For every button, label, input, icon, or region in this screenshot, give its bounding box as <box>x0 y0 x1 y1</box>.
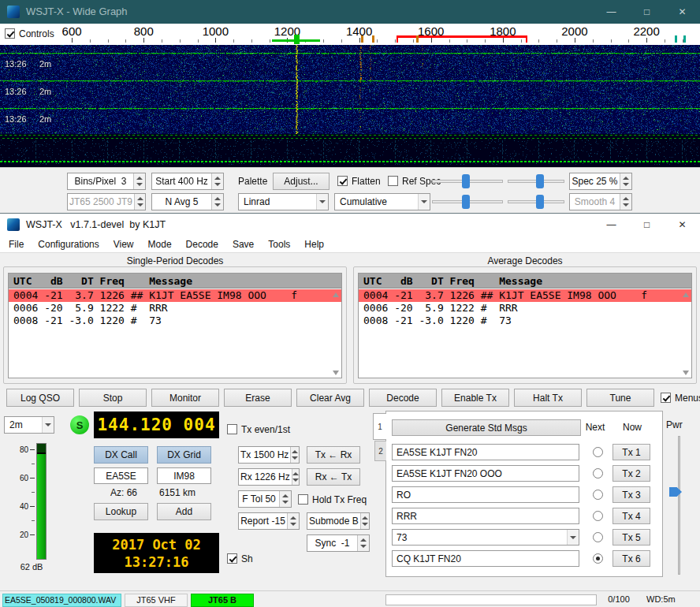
slider-handle[interactable] <box>536 174 544 188</box>
spin-up-icon[interactable] <box>214 177 221 180</box>
spin-up-icon[interactable] <box>292 450 298 453</box>
next-radio-tx5[interactable] <box>593 532 603 542</box>
add-button[interactable]: Add <box>157 503 211 520</box>
menu-save[interactable]: Save <box>225 236 261 253</box>
tx-freq-spinbox[interactable]: Tx 1500 Hz <box>238 446 300 464</box>
spin-down-icon[interactable] <box>290 523 296 526</box>
menu-tools[interactable]: Tools <box>261 236 297 253</box>
spin-down-icon[interactable] <box>214 183 221 186</box>
slider-handle[interactable] <box>536 195 544 209</box>
spinner-buttons[interactable] <box>211 194 223 210</box>
spin-down-icon[interactable] <box>360 545 367 548</box>
lookup-button[interactable]: Lookup <box>94 503 148 520</box>
spin-down-icon[interactable] <box>623 203 629 207</box>
spinner-buttons[interactable] <box>620 173 631 189</box>
controls-checkbox[interactable]: Controls <box>5 28 54 39</box>
spinner-buttons[interactable] <box>357 535 369 551</box>
spin-up-icon[interactable] <box>623 197 629 200</box>
gain-slider[interactable] <box>432 173 503 189</box>
scroll-down-icon[interactable] <box>333 371 339 375</box>
spin-up-icon[interactable] <box>137 197 143 200</box>
message-field-tx3[interactable]: RO <box>392 486 579 503</box>
spin-up-icon[interactable] <box>362 516 368 519</box>
spin-up-icon[interactable] <box>623 177 629 180</box>
report-spinbox[interactable]: Report -15 <box>238 512 300 530</box>
zero-slider[interactable] <box>508 173 564 189</box>
spinner-buttons[interactable] <box>134 194 145 210</box>
button-erase[interactable]: Erase <box>224 389 292 407</box>
rx-freq-spinbox[interactable]: Rx 1226 Hz <box>238 468 300 486</box>
menu-help[interactable]: Help <box>297 236 331 253</box>
spin-down-icon[interactable] <box>292 456 298 460</box>
next-radio-tx3[interactable] <box>593 490 603 500</box>
tx2-button[interactable]: Tx 2 <box>612 465 650 482</box>
spinner-buttons[interactable] <box>287 513 299 529</box>
button-stop[interactable]: Stop <box>79 389 147 407</box>
band-select[interactable]: 2m <box>4 416 54 434</box>
spinner-buttons[interactable] <box>133 173 145 189</box>
decode-row[interactable]: 0008 -21 -3.0 1220 # 73 <box>359 315 691 327</box>
smooth-spinbox[interactable]: Smooth 4 <box>569 193 632 210</box>
button-clear-avg[interactable]: Clear Avg <box>296 389 364 407</box>
button-decode[interactable]: Decode <box>369 389 437 407</box>
button-monitor[interactable]: Monitor <box>151 389 219 407</box>
next-radio-tx6[interactable] <box>593 553 603 564</box>
flatten-checkbox[interactable]: Flatten <box>337 175 381 187</box>
spin-up-icon[interactable] <box>136 177 143 180</box>
scroll-down-icon[interactable] <box>683 371 689 375</box>
message-field-tx2[interactable]: EA5SE K1JT FN20 OOO <box>392 465 579 482</box>
dx-call-field[interactable]: EA5SE <box>94 467 148 484</box>
message-field-tx6[interactable]: CQ K1JT FN20 <box>392 550 579 567</box>
pwr-slider[interactable] <box>678 436 680 575</box>
spinner-buttons[interactable] <box>279 491 291 507</box>
slider-handle[interactable] <box>462 195 470 209</box>
tx1-button[interactable]: Tx 1 <box>612 444 650 460</box>
display-mode-select[interactable]: Cumulative <box>334 193 430 210</box>
generate-std-msgs-button[interactable]: Generate Std Msgs <box>392 419 581 436</box>
button-tune[interactable]: Tune <box>586 389 654 407</box>
spinner-buttons[interactable] <box>290 447 299 463</box>
spinner-buttons[interactable] <box>620 194 631 210</box>
spin-up-icon[interactable] <box>360 538 367 542</box>
message-field-tx1[interactable]: EA5SE K1JT FN20 <box>392 444 579 460</box>
button-enable-tx[interactable]: Enable Tx <box>441 389 509 407</box>
maximize-icon[interactable]: □ <box>629 0 665 24</box>
spin-down-icon[interactable] <box>362 523 368 526</box>
menu-file[interactable]: File <box>2 236 31 253</box>
next-radio-tx1[interactable] <box>593 447 603 457</box>
dx-grid-button[interactable]: DX Grid <box>157 446 211 464</box>
menu-configurations[interactable]: Configurations <box>31 236 106 253</box>
dx-call-button[interactable]: DX Call <box>94 446 148 464</box>
spin-up-icon[interactable] <box>290 516 296 519</box>
frequency-scale[interactable]: Controls 6008001000120014001600180020002… <box>0 24 700 45</box>
close-icon[interactable]: ✕ <box>665 0 700 24</box>
spin-down-icon[interactable] <box>214 203 221 207</box>
sync-spinbox[interactable]: Sync -1 <box>307 534 370 552</box>
start-freq-spinbox[interactable]: Start 400 Hz <box>151 173 224 190</box>
palette-select[interactable]: Linrad <box>238 193 329 210</box>
maximize-icon[interactable]: □ <box>629 214 665 236</box>
spinner-buttons[interactable] <box>211 173 223 189</box>
spinner-buttons[interactable] <box>360 513 369 529</box>
scroll-up-icon[interactable] <box>683 292 689 297</box>
spin-down-icon[interactable] <box>623 183 629 186</box>
avg-zero-slider[interactable] <box>508 194 564 210</box>
slider-handle[interactable] <box>462 174 470 188</box>
scroll-up-icon[interactable] <box>333 292 339 297</box>
tx5-button[interactable]: Tx 5 <box>612 529 650 546</box>
tx6-button[interactable]: Tx 6 <box>612 550 650 567</box>
message-field-tx4[interactable]: RRR <box>392 508 579 524</box>
waterfall[interactable]: 13:262m13:262m13:262m <box>0 45 700 167</box>
main-titlebar[interactable]: WSJT-X v1.7.1-devel by K1JT — □ ✕ <box>0 214 700 236</box>
menus-checkbox[interactable]: Menus <box>661 392 700 404</box>
wide-graph-titlebar[interactable]: WSJT-X - Wide Graph — □ ✕ <box>0 0 700 24</box>
decode-row[interactable]: 0006 -20 5.9 1222 # RRR <box>9 302 341 315</box>
menu-decode[interactable]: Decode <box>179 236 225 253</box>
tx-even-checkbox[interactable]: Tx even/1st <box>227 423 290 435</box>
decode-row[interactable]: 0008 -21 -3.0 1220 # 73 <box>9 315 341 327</box>
tab-1[interactable]: 1 <box>373 413 386 440</box>
avg-gain-slider[interactable] <box>432 194 503 210</box>
spin-up-icon[interactable] <box>282 494 289 497</box>
button-halt-tx[interactable]: Halt Tx <box>514 389 582 407</box>
tab-2[interactable]: 2 <box>374 441 386 461</box>
